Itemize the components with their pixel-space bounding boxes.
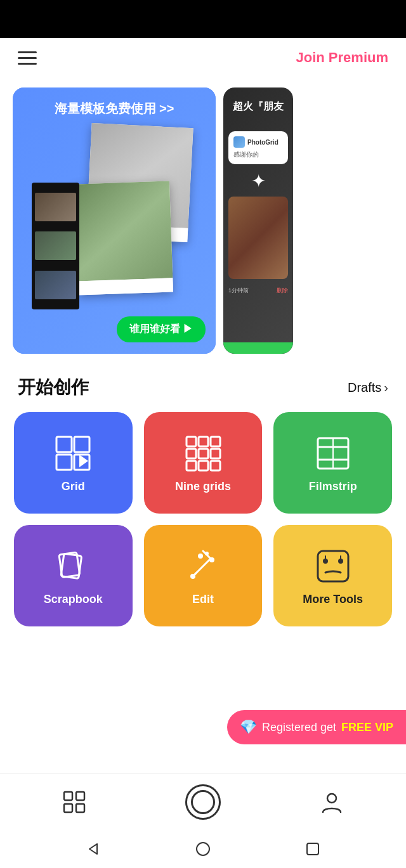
nine-grids-tool-label: Nine grids [175, 480, 231, 493]
tool-nine-grids-button[interactable]: Nine grids [144, 412, 263, 514]
svg-point-28 [323, 559, 328, 564]
svg-point-23 [198, 554, 203, 559]
market-icon [63, 791, 86, 813]
more-tools-icon [313, 546, 353, 586]
banner-card-2-text: 超火『朋友 [223, 87, 293, 126]
svg-rect-5 [187, 437, 196, 446]
svg-point-25 [190, 574, 195, 579]
delete-text[interactable]: 删除 [277, 287, 288, 295]
svg-rect-33 [76, 792, 84, 800]
svg-rect-13 [211, 461, 220, 470]
promo-bar[interactable]: 💎 Registered get FREE VIP [227, 710, 406, 744]
bottom-nav [0, 773, 406, 830]
banner-cta-button[interactable]: 谁用谁好看 ▶ [117, 316, 206, 342]
banner-top-text: 海量模板免费使用 >> [13, 100, 216, 117]
profile-icon [320, 791, 343, 813]
join-premium-button[interactable]: Join Premium [296, 49, 388, 66]
banner-card-1[interactable]: 海量模板免费使用 >> [13, 87, 216, 354]
edit-icon [183, 546, 223, 586]
polaroid-photo-2 [74, 181, 173, 295]
more-tools-label: More Tools [303, 593, 363, 606]
camera-icon [185, 784, 221, 820]
tool-edit-button[interactable]: Edit [144, 525, 263, 626]
svg-rect-27 [318, 551, 348, 581]
svg-marker-37 [89, 844, 97, 854]
tool-grid-button[interactable]: Grid [14, 412, 133, 514]
promo-text: Registered get [262, 721, 336, 734]
promo-diamond-icon: 💎 [240, 719, 257, 735]
back-button[interactable] [84, 840, 102, 858]
svg-point-26 [205, 552, 209, 555]
svg-rect-1 [74, 437, 89, 452]
recents-button[interactable] [304, 840, 322, 858]
section-title: 开始创作 [18, 375, 89, 399]
svg-rect-2 [56, 455, 72, 470]
drafts-link[interactable]: Drafts › [348, 380, 388, 395]
banner-card-bg: 海量模板免费使用 >> [13, 87, 216, 354]
header: Join Premium [0, 38, 406, 77]
nine-grids-icon [183, 433, 223, 474]
svg-rect-0 [56, 437, 72, 452]
drafts-label: Drafts [348, 380, 381, 395]
tool-grid: Grid Nine grids [0, 412, 406, 626]
svg-rect-10 [211, 449, 220, 458]
svg-point-38 [197, 843, 209, 855]
svg-rect-9 [199, 449, 208, 458]
menu-button[interactable] [18, 51, 37, 65]
time-text: 1分钟前 [228, 287, 249, 295]
status-bar [0, 0, 406, 38]
film-strip [32, 183, 79, 309]
chevron-icon: › [384, 380, 388, 395]
svg-marker-3 [79, 455, 88, 467]
tool-scrapbook-button[interactable]: Scrapbook [14, 525, 133, 626]
grid-icon [53, 433, 93, 474]
promo-vip-text: FREE VIP [341, 721, 393, 734]
section-header: 开始创作 Drafts › [0, 369, 406, 412]
svg-rect-7 [211, 437, 220, 446]
svg-point-29 [338, 559, 343, 564]
edit-tool-label: Edit [192, 593, 214, 606]
film-holes [32, 183, 79, 309]
svg-rect-12 [199, 461, 208, 470]
filmstrip-icon [313, 433, 353, 474]
grid-tool-label: Grid [62, 480, 85, 493]
svg-line-21 [195, 559, 211, 574]
svg-point-36 [327, 794, 336, 803]
photo-collage [25, 119, 203, 316]
svg-point-24 [209, 557, 214, 562]
nav-market-button[interactable] [63, 791, 86, 813]
svg-rect-39 [307, 843, 318, 855]
app-sub-text: 感谢你的 [233, 150, 283, 159]
home-button[interactable] [194, 840, 212, 858]
nav-profile-button[interactable] [320, 791, 343, 813]
system-nav [0, 830, 406, 868]
svg-rect-32 [64, 792, 72, 800]
svg-rect-35 [76, 804, 84, 812]
svg-rect-8 [187, 449, 196, 458]
banner-card-2[interactable]: 超火『朋友 PhotoGrid 感谢你的 ✦ 1分钟前 删除 [223, 87, 293, 354]
filmstrip-tool-label: Filmstrip [309, 480, 357, 493]
scrapbook-icon [53, 546, 93, 586]
tool-more-tools-button[interactable]: More Tools [273, 525, 392, 626]
scrapbook-tool-label: Scrapbook [44, 593, 103, 606]
tool-filmstrip-button[interactable]: Filmstrip [273, 412, 392, 514]
svg-rect-34 [64, 804, 72, 812]
nav-camera-button[interactable] [185, 784, 221, 820]
svg-rect-6 [199, 437, 208, 446]
banner-area: 海量模板免费使用 >> [0, 77, 406, 369]
svg-rect-11 [187, 461, 196, 470]
app-name: PhotoGrid [247, 139, 278, 146]
